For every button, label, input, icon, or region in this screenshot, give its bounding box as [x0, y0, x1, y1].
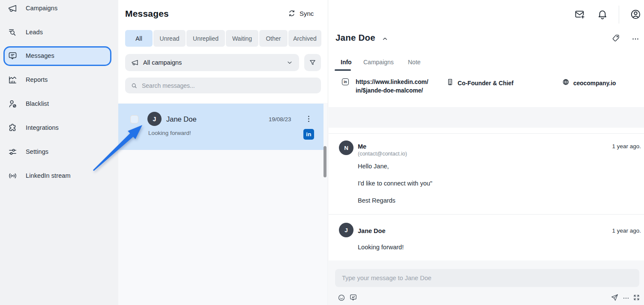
- send-icon[interactable]: [611, 293, 619, 302]
- sidebar-item-label: Settings: [26, 148, 48, 155]
- sync-label: Sync: [300, 10, 314, 17]
- message-filter-tabs: All Unread Unreplied Waiting Other Archi…: [125, 30, 321, 47]
- sidebar-item-label: Leads: [26, 29, 43, 36]
- expand-icon[interactable]: [633, 294, 640, 301]
- thread-divider: [329, 133, 644, 134]
- emoji-icon[interactable]: [338, 294, 345, 302]
- linkedin-square-icon: in: [342, 78, 349, 85]
- app-root: Campaigns Leads Messages Reports: [0, 0, 644, 305]
- search-messages-box: [125, 78, 321, 93]
- sliders-icon: [8, 147, 18, 157]
- tag-icon[interactable]: [611, 34, 620, 42]
- building-icon: [446, 78, 454, 86]
- sidebar: Campaigns Leads Messages Reports: [0, 0, 118, 305]
- conversation-list: J Jane Doe 19/08/23 Looking forward! in: [118, 103, 328, 305]
- message-timestamp: 1 year ago.: [612, 227, 641, 234]
- message-text-line: I'd like to connect with you": [358, 180, 432, 187]
- tab-note[interactable]: Note: [408, 59, 421, 66]
- sidebar-item-integrations[interactable]: Integrations: [0, 118, 118, 138]
- filter-tab-other[interactable]: Other: [259, 30, 288, 47]
- section-gap: [329, 107, 644, 128]
- list-scrollbar[interactable]: [323, 146, 326, 177]
- leads-search-icon: [8, 27, 18, 37]
- message-text-line: Best Regards: [358, 197, 395, 204]
- message-timestamp: 1 year ago.: [612, 143, 641, 150]
- filter-tab-unreplied[interactable]: Unreplied: [186, 30, 225, 47]
- message-sender: Jane Doe: [358, 227, 385, 234]
- linkedin-badge-icon: in: [303, 129, 314, 140]
- sidebar-item-leads[interactable]: Leads: [0, 23, 118, 42]
- composer-more-icon[interactable]: [622, 294, 630, 302]
- conversation-preview: Looking forward!: [148, 130, 191, 136]
- linkedin-url-line2: in/$jande-doe-malcome/: [356, 87, 441, 95]
- sidebar-item-label: Messages: [26, 52, 54, 59]
- sidebar-item-settings[interactable]: Settings: [0, 142, 118, 162]
- chevron-up-icon[interactable]: [381, 35, 389, 42]
- account-avatar-icon[interactable]: [630, 9, 641, 20]
- user-block-icon: [8, 99, 18, 109]
- quick-reply-icon[interactable]: [349, 293, 357, 302]
- active-item-highlight: [3, 46, 111, 66]
- message-divider: [329, 214, 644, 215]
- sidebar-item-label: LinkedIn stream: [26, 172, 71, 179]
- conversation-row-jane-doe[interactable]: J Jane Doe 19/08/23 Looking forward! in: [118, 104, 323, 150]
- search-messages-input[interactable]: [142, 82, 315, 89]
- sidebar-item-linkedin-stream[interactable]: LinkedIn stream: [0, 166, 118, 186]
- sidebar-item-blacklist[interactable]: Blacklist: [0, 94, 118, 114]
- sidebar-item-campaigns[interactable]: Campaigns: [0, 0, 118, 18]
- sidebar-item-reports[interactable]: Reports: [0, 70, 118, 90]
- advanced-filter-button[interactable]: [304, 54, 321, 71]
- funnel-icon: [309, 59, 316, 66]
- bar-chart-icon: [8, 75, 18, 85]
- linkedin-url-line1: https://www.linkedin.com/: [356, 78, 441, 87]
- globe-icon: [562, 78, 569, 86]
- search-icon: [131, 82, 138, 89]
- kebab-menu-icon[interactable]: [304, 114, 313, 123]
- sidebar-item-label: Blacklist: [26, 100, 49, 107]
- message-text-line: Hello Jane,: [358, 163, 389, 170]
- broadcast-icon: [8, 171, 18, 181]
- avatar: J: [147, 112, 162, 126]
- message-text-line: Looking forward!: [358, 244, 404, 251]
- conversation-checkbox[interactable]: [130, 115, 138, 123]
- megaphone-icon: [131, 59, 139, 66]
- filter-tab-all[interactable]: All: [125, 30, 153, 47]
- message-sender: Me: [358, 143, 366, 150]
- contact-job-title: Co-Founder & Chief: [458, 79, 513, 88]
- new-message-icon[interactable]: [574, 9, 585, 20]
- puzzle-icon: [8, 123, 18, 133]
- filter-tab-waiting[interactable]: Waiting: [226, 30, 258, 47]
- filter-tab-archived[interactable]: Archived: [288, 30, 321, 47]
- campaign-filter-value: All campaigns: [143, 59, 282, 66]
- tab-campaigns[interactable]: Campaigns: [363, 59, 394, 66]
- sync-button[interactable]: Sync: [288, 9, 314, 17]
- megaphone-icon: [8, 3, 18, 13]
- sidebar-item-label: Campaigns: [26, 5, 57, 12]
- avatar: J: [339, 223, 353, 237]
- avatar: N: [339, 141, 353, 155]
- conversation-date: 19/08/23: [269, 116, 291, 123]
- tab-info[interactable]: Info: [341, 59, 352, 66]
- topbar-divider: [619, 6, 619, 24]
- filter-tab-unread[interactable]: Unread: [153, 30, 186, 47]
- notifications-bell-icon[interactable]: [596, 8, 608, 20]
- chevron-down-icon: [286, 59, 293, 66]
- conversation-name: Jane Doe: [166, 115, 197, 123]
- contact-website[interactable]: ceocompany.io: [573, 79, 616, 88]
- contact-name-title: Jane Doe: [335, 33, 375, 43]
- more-options-icon[interactable]: [631, 35, 640, 43]
- sidebar-item-messages[interactable]: Messages: [0, 46, 118, 66]
- message-sender-email: (contact@contact.io): [358, 151, 407, 157]
- refresh-icon: [288, 9, 296, 17]
- campaign-filter-dropdown[interactable]: All campaigns: [125, 54, 299, 71]
- contact-linkedin-url[interactable]: https://www.linkedin.com/ in/$jande-doe-…: [356, 78, 441, 95]
- messages-panel-title: Messages: [125, 9, 169, 19]
- chat-bubble-icon: [8, 51, 18, 61]
- message-composer-input[interactable]: [335, 269, 639, 287]
- sidebar-item-label: Integrations: [26, 124, 59, 131]
- sidebar-item-label: Reports: [26, 76, 48, 83]
- active-tab-underline: [335, 69, 351, 71]
